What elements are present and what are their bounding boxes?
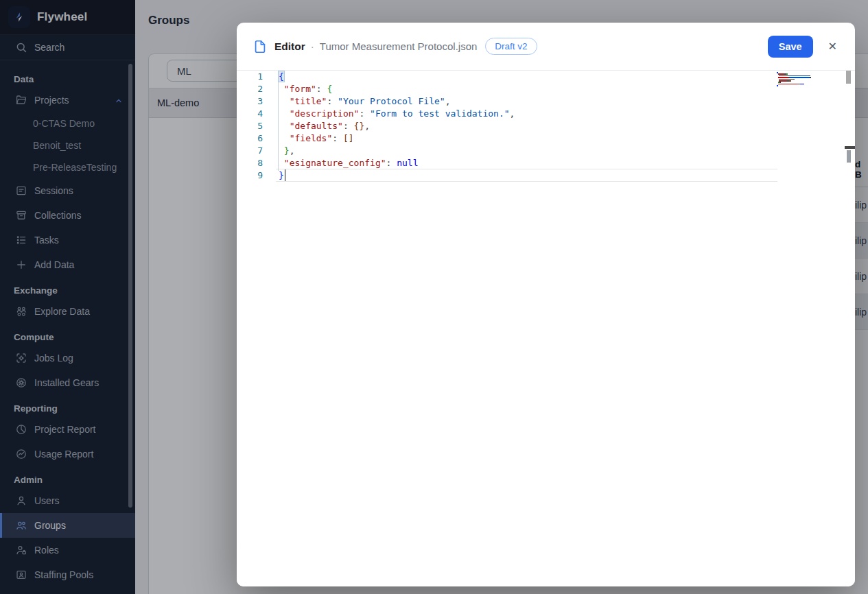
code-line-2: "form": { xyxy=(279,83,332,95)
draft-version-badge: Draft v2 xyxy=(485,38,537,55)
scrollbar-divider xyxy=(845,146,855,149)
line-number: 3 xyxy=(237,95,263,108)
code-editor[interactable]: 123456789 { "form": { "title": "Your Pro… xyxy=(237,71,855,586)
code-line-6: "fields": [] xyxy=(279,132,354,145)
line-number: 2 xyxy=(237,83,263,95)
line-number: 7 xyxy=(237,145,263,157)
code-line-1: { xyxy=(279,71,284,83)
line-number: 6 xyxy=(237,132,263,145)
title-separator: · xyxy=(311,40,314,52)
line-number: 5 xyxy=(237,120,263,132)
line-number: 9 xyxy=(237,169,263,182)
code-line-3: "title": "Your Protocol File", xyxy=(279,95,450,108)
current-line-highlight xyxy=(276,169,777,182)
background-scrollbar-thumb[interactable] xyxy=(847,150,851,163)
modal-header: Editor · Tumor Measurement Protocol.json… xyxy=(237,23,855,71)
code-line-4: "description": "Form to test validation.… xyxy=(279,108,515,120)
line-number: 8 xyxy=(237,157,263,169)
line-number: 1 xyxy=(237,71,263,83)
modal-title: Editor xyxy=(274,40,305,53)
code-line-5: "defaults": {}, xyxy=(279,120,370,132)
minimap[interactable] xyxy=(777,72,811,87)
modal-filename: Tumor Measurement Protocol.json xyxy=(320,40,478,52)
text-cursor xyxy=(285,169,286,181)
code-line-8: "esignature_config": null xyxy=(279,157,419,169)
code-line-7: }, xyxy=(279,145,294,157)
editor-modal: Editor · Tumor Measurement Protocol.json… xyxy=(237,23,855,586)
close-icon[interactable]: ✕ xyxy=(828,41,837,52)
editor-scrollbar-thumb[interactable] xyxy=(846,71,851,84)
line-number: 4 xyxy=(237,108,263,120)
file-icon xyxy=(253,39,268,54)
code-line-9: } xyxy=(279,169,284,182)
save-button[interactable]: Save xyxy=(768,36,813,58)
